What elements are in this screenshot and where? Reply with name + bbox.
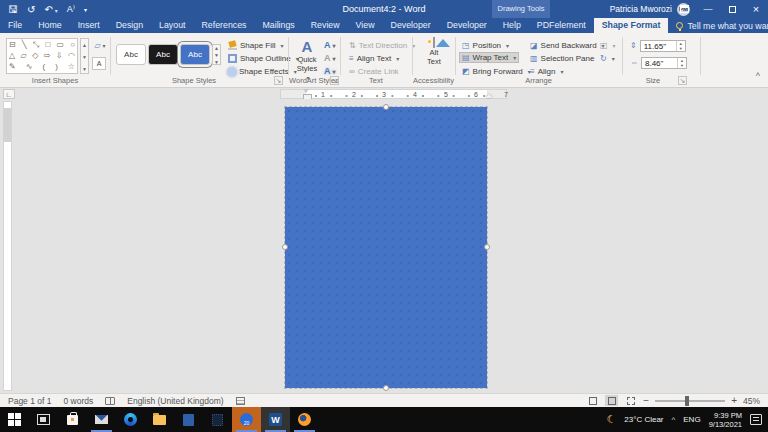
close-button[interactable]: × — [744, 0, 768, 18]
firefox-button[interactable] — [290, 407, 319, 432]
align-text-button[interactable]: ≡ Align Text▾ — [347, 53, 401, 64]
arrow-right-shape-icon[interactable]: ⇨ — [44, 51, 51, 61]
tab-file[interactable]: File — [0, 18, 30, 33]
textbox-shape-icon[interactable]: ⊟ — [9, 40, 16, 50]
tray-overflow-icon[interactable]: ^ — [672, 415, 676, 424]
ribbon-display-options-button[interactable] — [672, 0, 696, 18]
shape-height-field[interactable]: 11.65" ▲▼ — [640, 40, 686, 52]
shape-width-value[interactable]: 8.46" — [642, 59, 677, 68]
zoom-slider-thumb[interactable] — [685, 396, 689, 406]
proofing-icon[interactable] — [105, 397, 115, 405]
shape-height-value[interactable]: 11.65" — [641, 42, 676, 51]
print-layout-button[interactable] — [605, 395, 618, 406]
shape-width-field[interactable]: 8.46" ▲▼ — [641, 57, 687, 69]
right-brace-shape-icon[interactable]: ) — [55, 62, 58, 72]
shape-handle-top[interactable] — [383, 104, 389, 110]
width-spinner[interactable]: ▲▼ — [677, 58, 686, 68]
macro-recording-icon[interactable] — [236, 397, 245, 405]
text-effects-button[interactable]: A▾ — [324, 66, 338, 76]
tab-home[interactable]: Home — [30, 18, 69, 33]
parallelogram-shape-icon[interactable]: ▱ — [21, 51, 27, 61]
width-spin-down-icon[interactable]: ▼ — [678, 63, 686, 68]
triangle-shape-icon[interactable]: △ — [9, 51, 15, 61]
text-direction-button[interactable]: ⇅ Text Direction▾ — [347, 40, 417, 51]
styles-scroll-up-icon[interactable]: ▲ — [213, 45, 220, 52]
star-shape-icon[interactable]: ☆ — [68, 62, 75, 72]
tab-layout[interactable]: Layout — [151, 18, 193, 33]
shape-styles-dialog-launcher-icon[interactable]: ↘ — [274, 76, 283, 85]
weather-moon-icon[interactable]: ☾ — [606, 414, 616, 425]
selection-pane-button[interactable]: ▥ Selection Pane — [528, 53, 596, 64]
curve-shape-icon[interactable]: ∿ — [26, 62, 33, 72]
right-indent-marker[interactable] — [486, 94, 492, 98]
freeform-shape-icon[interactable]: ✎ — [9, 62, 16, 72]
word-taskbar-button[interactable]: W — [261, 407, 290, 432]
tab-design[interactable]: Design — [108, 18, 151, 33]
insert-shapes-gallery[interactable]: ⊟╲⤡□▭○ △▱◇⇨⇩◠ ✎∿()☆ — [6, 38, 78, 74]
shapes-gallery-scrollbar[interactable]: ▲ ▼ ▼ — [80, 38, 89, 74]
start-button[interactable] — [0, 407, 29, 432]
pinned-app-button[interactable] — [203, 407, 232, 432]
arrow-down-shape-icon[interactable]: ⇩ — [56, 51, 63, 61]
gallery-more-icon[interactable]: ▼ — [81, 63, 88, 75]
shape-style-outline-thumb[interactable]: Abc — [116, 44, 146, 65]
weather-status[interactable]: 23°C Clear — [624, 415, 663, 424]
arc-shape-icon[interactable]: ◠ — [68, 51, 75, 61]
styles-scroll-down-icon[interactable]: ▼ — [213, 52, 220, 59]
shape-style-black-thumb[interactable]: Abc — [148, 44, 178, 65]
active-app-button[interactable]: 20 — [232, 407, 261, 432]
task-view-button[interactable] — [29, 407, 58, 432]
shape-fill-button[interactable]: Shape Fill▾ — [226, 40, 286, 51]
left-brace-shape-icon[interactable]: ( — [42, 62, 45, 72]
draw-text-box-button[interactable]: A — [92, 57, 106, 70]
height-spin-down-icon[interactable]: ▼ — [677, 46, 685, 51]
read-mode-button[interactable] — [586, 395, 599, 406]
mail-button[interactable] — [87, 407, 116, 432]
shape-handle-left[interactable] — [282, 244, 288, 250]
zoom-out-button[interactable]: − — [643, 395, 649, 406]
clock[interactable]: 9:39 PM 9/13/2021 — [709, 411, 742, 429]
shape-style-blue-thumb-selected[interactable]: Abc — [180, 44, 210, 65]
send-backward-button[interactable]: ◪ Send Backward▾ — [528, 40, 607, 51]
tab-developer-2[interactable]: Developer — [439, 18, 495, 33]
group-objects-button[interactable]: ◫▾ — [598, 40, 618, 51]
shape-outline-button[interactable]: Shape Outline▾ — [226, 53, 301, 64]
shape-styles-gallery-scrollbar[interactable]: ▲ ▼ ▼ — [212, 44, 221, 65]
text-fill-button[interactable]: A▾ — [324, 40, 338, 50]
zoom-level[interactable]: 45% — [743, 396, 760, 406]
page-indicator[interactable]: Page 1 of 1 — [8, 396, 51, 406]
arrow-line-shape-icon[interactable]: ⤡ — [33, 40, 39, 50]
wrap-text-button[interactable]: ▤ Wrap Text▾ — [459, 52, 519, 63]
document-canvas[interactable] — [0, 99, 768, 393]
tab-view[interactable]: View — [348, 18, 383, 33]
line-shape-icon[interactable]: ╲ — [22, 40, 27, 50]
tab-developer-1[interactable]: Developer — [383, 18, 439, 33]
text-outline-button[interactable]: A▾ — [324, 53, 338, 63]
tab-pdfelement[interactable]: PDFelement — [529, 18, 594, 33]
shape-handle-right[interactable] — [484, 244, 490, 250]
styles-more-icon[interactable]: ▼ — [213, 59, 220, 66]
shape-handle-bottom[interactable] — [383, 385, 389, 391]
zoom-in-button[interactable]: + — [731, 395, 737, 406]
oval-shape-icon[interactable]: ○ — [70, 40, 75, 50]
edge-browser-button[interactable] — [116, 407, 145, 432]
vertical-ruler[interactable] — [3, 101, 12, 391]
blue-app-button[interactable] — [174, 407, 203, 432]
horizontal-ruler[interactable]: 1 2 3 4 5 6 7 — [280, 89, 507, 99]
tab-review[interactable]: Review — [303, 18, 348, 33]
tell-me-box[interactable]: Tell me what you want to do — [668, 18, 768, 33]
file-explorer-button[interactable] — [145, 407, 174, 432]
input-language[interactable]: ENG — [683, 415, 700, 424]
gallery-scroll-down-icon[interactable]: ▼ — [81, 51, 88, 63]
height-spinner[interactable]: ▲▼ — [676, 41, 685, 51]
tab-mailings[interactable]: Mailings — [254, 18, 302, 33]
selected-rectangle-shape[interactable] — [285, 107, 487, 388]
diamond-shape-icon[interactable]: ◇ — [32, 51, 38, 61]
gallery-scroll-up-icon[interactable]: ▲ — [81, 39, 88, 51]
tab-help[interactable]: Help — [495, 18, 529, 33]
rectangle-shape-icon[interactable]: □ — [45, 40, 50, 50]
size-dialog-launcher-icon[interactable]: ↘ — [678, 76, 687, 85]
word-count[interactable]: 0 words — [63, 396, 93, 406]
language-indicator[interactable]: English (United Kingdom) — [127, 396, 223, 406]
tab-insert[interactable]: Insert — [70, 18, 108, 33]
